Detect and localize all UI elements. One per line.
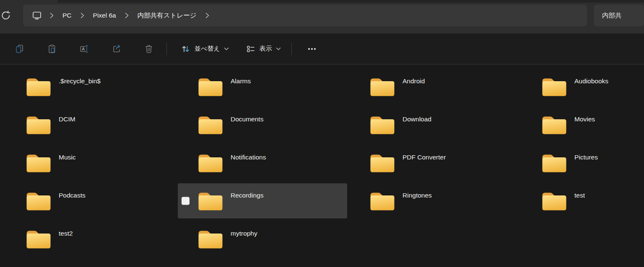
folder-icon xyxy=(198,191,223,211)
folder-name: Notifications xyxy=(231,154,266,161)
folder-name: PDF Converter xyxy=(402,154,446,161)
rename-button[interactable] xyxy=(75,40,93,58)
folder-name: Pictures xyxy=(574,154,598,161)
refresh-icon xyxy=(0,10,11,21)
monitor-icon xyxy=(32,10,42,21)
folder-name: DCIM xyxy=(59,116,75,123)
search-box-text: 内部共 xyxy=(602,11,622,20)
chevron-right-icon xyxy=(50,13,54,18)
folder-name: Documents xyxy=(231,116,263,123)
folder-icon xyxy=(26,153,51,173)
folder-name: test2 xyxy=(59,230,73,237)
chevron-down-icon xyxy=(224,47,229,51)
view-button[interactable]: 表示 xyxy=(240,40,286,58)
folder-name: mytrophy xyxy=(231,230,257,237)
folder-icon xyxy=(370,77,395,97)
sort-icon xyxy=(181,44,191,54)
folder-icon xyxy=(198,77,223,97)
folder-icon xyxy=(542,191,567,211)
paste-button[interactable] xyxy=(43,40,61,58)
selection-checkbox[interactable] xyxy=(182,197,190,205)
folder-tile[interactable]: Documents xyxy=(178,107,347,142)
breadcrumb-device-button[interactable] xyxy=(27,8,47,23)
chevron-down-icon xyxy=(276,47,281,51)
delete-button[interactable] xyxy=(140,40,158,58)
folder-icon xyxy=(542,115,567,135)
folder-name: Audiobooks xyxy=(574,77,608,85)
folder-name: Ringtones xyxy=(402,192,432,199)
sort-button-label: 並べ替え xyxy=(195,45,220,53)
address-bar[interactable]: PC Pixel 6a 内部共有ストレージ xyxy=(23,5,587,26)
folder-name: Podcasts xyxy=(59,192,86,199)
chevron-right-icon[interactable] xyxy=(205,13,209,18)
folder-tile[interactable]: Audiobooks xyxy=(522,69,644,104)
folder-icon xyxy=(542,77,567,97)
folder-icon xyxy=(26,229,51,249)
share-icon xyxy=(112,44,122,54)
share-button[interactable] xyxy=(107,40,126,58)
search-box[interactable]: 内部共 xyxy=(594,5,644,26)
chevron-right-icon xyxy=(80,13,84,18)
folder-tile[interactable]: .$recycle_bin$ xyxy=(6,69,175,104)
folder-name: Movies xyxy=(574,116,595,123)
active-tab-edge xyxy=(0,0,58,3)
folder-name: test xyxy=(574,192,585,199)
folder-tile[interactable]: Podcasts xyxy=(6,183,175,218)
folder-icon xyxy=(26,115,51,135)
folder-icon xyxy=(370,115,395,135)
breadcrumb-item-pc[interactable]: PC xyxy=(57,8,77,23)
folder-icon xyxy=(198,115,223,135)
file-list-area: .$recycle_bin$ Alarms xyxy=(0,64,644,257)
view-icon xyxy=(246,44,256,54)
folder-icon xyxy=(198,153,223,173)
ellipsis-icon xyxy=(306,44,317,54)
copy-icon xyxy=(15,44,25,54)
folder-icon xyxy=(542,153,567,173)
folder-tile[interactable]: Android xyxy=(350,69,519,104)
sort-button[interactable]: 並べ替え xyxy=(175,40,234,58)
breadcrumb-item-storage[interactable]: 内部共有ストレージ xyxy=(132,8,202,23)
toolbar-divider xyxy=(166,43,167,55)
folder-tile[interactable]: Pictures xyxy=(522,145,644,180)
folder-tile[interactable]: Alarms xyxy=(178,69,347,104)
refresh-button[interactable] xyxy=(0,5,16,26)
folder-tile[interactable]: test2 xyxy=(6,221,175,257)
folder-icon xyxy=(26,77,51,97)
folder-name: Alarms xyxy=(231,77,251,85)
command-toolbar: 並べ替え 表示 xyxy=(0,33,644,64)
folder-tile[interactable]: Download xyxy=(350,107,519,142)
copy-button[interactable] xyxy=(10,40,29,58)
folder-tile[interactable]: mytrophy xyxy=(178,221,347,257)
folder-icon xyxy=(370,191,395,211)
folder-tile[interactable]: Recordings xyxy=(178,183,347,218)
chevron-right-icon xyxy=(125,13,129,18)
folder-name: Recordings xyxy=(231,192,263,199)
folder-name: Android xyxy=(402,77,425,85)
more-options-button[interactable] xyxy=(303,40,321,58)
folder-tile[interactable]: Music xyxy=(6,145,175,180)
folder-tile[interactable]: Notifications xyxy=(178,145,347,180)
view-button-label: 表示 xyxy=(260,45,272,53)
navigation-bar: PC Pixel 6a 内部共有ストレージ 内部共 xyxy=(0,3,644,33)
toolbar-divider xyxy=(291,43,292,55)
paste-icon xyxy=(47,44,57,54)
tab-strip xyxy=(0,0,644,3)
folder-grid: .$recycle_bin$ Alarms xyxy=(6,69,644,257)
folder-icon xyxy=(26,191,51,211)
rename-icon xyxy=(79,44,89,54)
folder-name: .$recycle_bin$ xyxy=(59,77,101,85)
folder-icon xyxy=(198,229,223,249)
folder-tile[interactable]: test xyxy=(522,183,644,218)
folder-name: Download xyxy=(402,116,431,123)
folder-tile[interactable]: Ringtones xyxy=(350,183,519,218)
folder-name: Music xyxy=(59,154,75,161)
folder-tile[interactable]: DCIM xyxy=(6,107,175,142)
folder-icon xyxy=(370,153,395,173)
folder-tile[interactable]: PDF Converter xyxy=(350,145,519,180)
trash-icon xyxy=(144,44,154,54)
breadcrumb-item-device[interactable]: Pixel 6a xyxy=(88,8,122,23)
folder-tile[interactable]: Movies xyxy=(522,107,644,142)
